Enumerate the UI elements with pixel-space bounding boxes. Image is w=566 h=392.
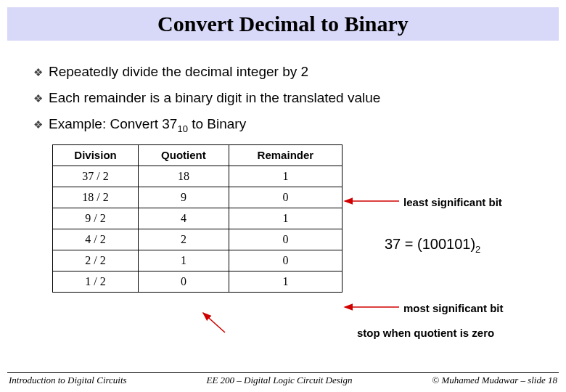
cell-division: 18 / 2 xyxy=(53,187,139,208)
annotation-stop: stop when quotient is zero xyxy=(357,327,494,339)
table-row: 2 / 2 1 0 xyxy=(53,250,343,271)
cell-quotient: 4 xyxy=(139,208,229,229)
result-text: 37 = (100101) xyxy=(385,236,475,252)
cell-division: 2 / 2 xyxy=(53,250,139,271)
bullet-2-text: Each remainder is a binary digit in the … xyxy=(49,90,380,106)
result-sub: 2 xyxy=(475,244,480,255)
arrow-stop-icon xyxy=(203,313,225,332)
table-row: 18 / 2 9 0 xyxy=(53,187,343,208)
bullet-3-text: Example: Convert 3710 to Binary xyxy=(49,116,246,134)
division-table-wrap: Division Quotient Remainder 37 / 2 18 1 … xyxy=(52,144,533,293)
division-table: Division Quotient Remainder 37 / 2 18 1 … xyxy=(52,144,343,293)
cell-remainder: 0 xyxy=(229,229,342,250)
cell-remainder: 1 xyxy=(229,208,342,229)
table-row: 4 / 2 2 0 xyxy=(53,229,343,250)
table-row: 1 / 2 0 1 xyxy=(53,271,343,292)
bullet-3-pre: Example: Convert 37 xyxy=(49,116,177,131)
bullet-2: ❖ Each remainder is a binary digit in th… xyxy=(33,90,533,106)
cell-quotient: 2 xyxy=(139,229,229,250)
cell-quotient: 18 xyxy=(139,166,229,187)
cell-quotient: 0 xyxy=(139,271,229,292)
title-bar: Convert Decimal to Binary xyxy=(7,7,559,41)
cell-quotient: 1 xyxy=(139,250,229,271)
cell-quotient: 9 xyxy=(139,187,229,208)
bullet-1-text: Repeatedly divide the decimal integer by… xyxy=(49,64,308,80)
cell-remainder: 1 xyxy=(229,166,342,187)
footer-center: EE 200 – Digital Logic Circuit Design xyxy=(206,375,352,386)
footer-left: Introduction to Digital Circuits xyxy=(9,375,127,386)
table-row: 9 / 2 4 1 xyxy=(53,208,343,229)
footer: Introduction to Digital Circuits EE 200 … xyxy=(0,370,566,391)
header-quotient: Quotient xyxy=(139,144,229,166)
diamond-icon: ❖ xyxy=(33,66,43,79)
header-remainder: Remainder xyxy=(229,144,342,166)
cell-division: 37 / 2 xyxy=(53,166,139,187)
annotation-result: 37 = (100101)2 xyxy=(385,236,480,255)
diamond-icon: ❖ xyxy=(33,118,43,131)
bullet-3-post: to Binary xyxy=(188,116,246,131)
annotation-msb: most significant bit xyxy=(403,302,504,314)
cell-remainder: 0 xyxy=(229,187,342,208)
cell-remainder: 1 xyxy=(229,271,342,292)
diamond-icon: ❖ xyxy=(33,92,43,105)
bullet-3: ❖ Example: Convert 3710 to Binary xyxy=(33,116,533,134)
content-area: ❖ Repeatedly divide the decimal integer … xyxy=(0,41,566,293)
footer-right: © Muhamed Mudawar – slide 18 xyxy=(432,375,557,386)
bullet-1: ❖ Repeatedly divide the decimal integer … xyxy=(33,64,533,80)
cell-division: 9 / 2 xyxy=(53,208,139,229)
cell-division: 4 / 2 xyxy=(53,229,139,250)
header-division: Division xyxy=(53,144,139,166)
cell-division: 1 / 2 xyxy=(53,271,139,292)
slide-title: Convert Decimal to Binary xyxy=(7,12,559,36)
table-header-row: Division Quotient Remainder xyxy=(53,144,343,166)
cell-remainder: 0 xyxy=(229,250,342,271)
bullet-3-sub: 10 xyxy=(177,123,187,134)
annotation-lsb: least significant bit xyxy=(403,196,502,208)
table-row: 37 / 2 18 1 xyxy=(53,166,343,187)
